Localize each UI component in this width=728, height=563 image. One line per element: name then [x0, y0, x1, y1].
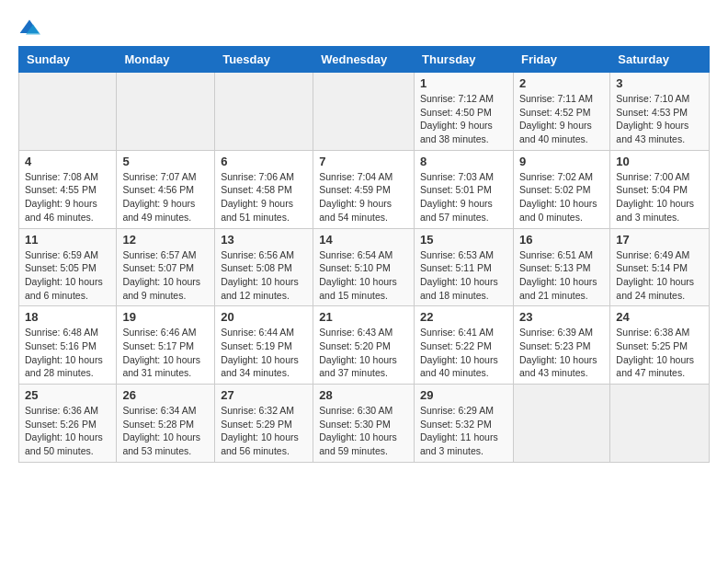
- calendar-cell: 25Sunrise: 6:36 AM Sunset: 5:26 PM Dayli…: [19, 385, 117, 463]
- header-monday: Monday: [117, 47, 215, 73]
- day-number: 11: [25, 233, 110, 247]
- calendar-cell: 12Sunrise: 6:57 AM Sunset: 5:07 PM Dayli…: [117, 228, 215, 306]
- day-info: Sunrise: 7:00 AM Sunset: 5:04 PM Dayligh…: [616, 170, 703, 224]
- calendar-header-row: SundayMondayTuesdayWednesdayThursdayFrid…: [19, 47, 710, 73]
- day-number: 6: [221, 155, 307, 168]
- day-info: Sunrise: 7:08 AM Sunset: 4:55 PM Dayligh…: [25, 170, 110, 224]
- logo-icon: [18, 18, 40, 37]
- calendar-week-1: 1Sunrise: 7:12 AM Sunset: 4:50 PM Daylig…: [19, 73, 710, 151]
- calendar-cell: 8Sunrise: 7:03 AM Sunset: 5:01 PM Daylig…: [415, 150, 514, 228]
- calendar-cell: 18Sunrise: 6:48 AM Sunset: 5:16 PM Dayli…: [19, 306, 117, 385]
- calendar-cell: [513, 385, 609, 463]
- calendar-cell: 29Sunrise: 6:29 AM Sunset: 5:32 PM Dayli…: [415, 385, 514, 463]
- day-info: Sunrise: 6:39 AM Sunset: 5:23 PM Dayligh…: [519, 326, 604, 380]
- calendar-cell: [117, 73, 215, 151]
- day-info: Sunrise: 6:59 AM Sunset: 5:05 PM Dayligh…: [25, 248, 110, 303]
- calendar-cell: 17Sunrise: 6:49 AM Sunset: 5:14 PM Dayli…: [610, 228, 710, 306]
- calendar-cell: [610, 385, 710, 463]
- calendar-week-3: 11Sunrise: 6:59 AM Sunset: 5:05 PM Dayli…: [19, 228, 710, 306]
- calendar-cell: 14Sunrise: 6:54 AM Sunset: 5:10 PM Dayli…: [313, 228, 415, 306]
- day-number: 22: [420, 310, 507, 324]
- day-info: Sunrise: 6:48 AM Sunset: 5:16 PM Dayligh…: [25, 326, 110, 380]
- calendar-cell: 26Sunrise: 6:34 AM Sunset: 5:28 PM Dayli…: [117, 385, 215, 463]
- day-number: 13: [221, 233, 307, 247]
- calendar-cell: 10Sunrise: 7:00 AM Sunset: 5:04 PM Dayli…: [610, 150, 710, 228]
- day-number: 16: [519, 233, 604, 247]
- day-info: Sunrise: 6:43 AM Sunset: 5:20 PM Dayligh…: [319, 326, 408, 380]
- calendar-week-2: 4Sunrise: 7:08 AM Sunset: 4:55 PM Daylig…: [19, 150, 710, 228]
- calendar-cell: 7Sunrise: 7:04 AM Sunset: 4:59 PM Daylig…: [313, 150, 415, 228]
- day-number: 8: [420, 155, 507, 168]
- calendar-cell: 24Sunrise: 6:38 AM Sunset: 5:25 PM Dayli…: [610, 306, 710, 385]
- day-number: 21: [319, 310, 408, 324]
- day-number: 28: [319, 388, 408, 402]
- day-info: Sunrise: 7:07 AM Sunset: 4:56 PM Dayligh…: [122, 170, 209, 224]
- day-info: Sunrise: 7:12 AM Sunset: 4:50 PM Dayligh…: [420, 92, 507, 146]
- day-info: Sunrise: 6:30 AM Sunset: 5:30 PM Dayligh…: [319, 404, 408, 458]
- day-info: Sunrise: 7:03 AM Sunset: 5:01 PM Dayligh…: [420, 170, 507, 224]
- day-number: 14: [319, 233, 408, 247]
- header-thursday: Thursday: [415, 47, 514, 73]
- header: [18, 18, 710, 37]
- day-number: 18: [25, 310, 110, 324]
- header-tuesday: Tuesday: [215, 47, 313, 73]
- day-info: Sunrise: 6:54 AM Sunset: 5:10 PM Dayligh…: [319, 248, 408, 303]
- calendar-week-5: 25Sunrise: 6:36 AM Sunset: 5:26 PM Dayli…: [19, 385, 710, 463]
- calendar-cell: 20Sunrise: 6:44 AM Sunset: 5:19 PM Dayli…: [215, 306, 313, 385]
- day-info: Sunrise: 6:34 AM Sunset: 5:28 PM Dayligh…: [122, 404, 209, 458]
- day-number: 24: [616, 310, 703, 324]
- calendar-cell: 19Sunrise: 6:46 AM Sunset: 5:17 PM Dayli…: [117, 306, 215, 385]
- logo: [18, 18, 44, 37]
- header-saturday: Saturday: [610, 47, 710, 73]
- day-info: Sunrise: 6:53 AM Sunset: 5:11 PM Dayligh…: [420, 248, 507, 303]
- day-number: 5: [122, 155, 209, 168]
- day-info: Sunrise: 6:57 AM Sunset: 5:07 PM Dayligh…: [122, 248, 209, 303]
- calendar-table: SundayMondayTuesdayWednesdayThursdayFrid…: [18, 46, 710, 463]
- day-info: Sunrise: 7:10 AM Sunset: 4:53 PM Dayligh…: [616, 92, 703, 146]
- calendar-cell: 5Sunrise: 7:07 AM Sunset: 4:56 PM Daylig…: [117, 150, 215, 228]
- calendar-cell: 28Sunrise: 6:30 AM Sunset: 5:30 PM Dayli…: [313, 385, 415, 463]
- day-info: Sunrise: 7:06 AM Sunset: 4:58 PM Dayligh…: [221, 170, 307, 224]
- day-info: Sunrise: 7:02 AM Sunset: 5:02 PM Dayligh…: [519, 170, 604, 224]
- day-number: 27: [221, 388, 307, 402]
- day-number: 9: [519, 155, 604, 168]
- calendar-cell: 22Sunrise: 6:41 AM Sunset: 5:22 PM Dayli…: [415, 306, 514, 385]
- calendar-cell: 21Sunrise: 6:43 AM Sunset: 5:20 PM Dayli…: [313, 306, 415, 385]
- header-friday: Friday: [513, 47, 609, 73]
- calendar-cell: 9Sunrise: 7:02 AM Sunset: 5:02 PM Daylig…: [513, 150, 609, 228]
- calendar-cell: 27Sunrise: 6:32 AM Sunset: 5:29 PM Dayli…: [215, 385, 313, 463]
- calendar-cell: 16Sunrise: 6:51 AM Sunset: 5:13 PM Dayli…: [513, 228, 609, 306]
- header-sunday: Sunday: [19, 47, 117, 73]
- day-number: 2: [519, 76, 604, 90]
- day-number: 3: [616, 76, 703, 90]
- day-number: 26: [122, 388, 209, 402]
- calendar-cell: 1Sunrise: 7:12 AM Sunset: 4:50 PM Daylig…: [415, 73, 514, 151]
- day-info: Sunrise: 6:29 AM Sunset: 5:32 PM Dayligh…: [420, 404, 507, 458]
- day-info: Sunrise: 6:46 AM Sunset: 5:17 PM Dayligh…: [122, 326, 209, 380]
- day-number: 10: [616, 155, 703, 168]
- calendar-cell: 15Sunrise: 6:53 AM Sunset: 5:11 PM Dayli…: [415, 228, 514, 306]
- calendar-cell: [215, 73, 313, 151]
- calendar-cell: 4Sunrise: 7:08 AM Sunset: 4:55 PM Daylig…: [19, 150, 117, 228]
- calendar-cell: 2Sunrise: 7:11 AM Sunset: 4:52 PM Daylig…: [513, 73, 609, 151]
- day-number: 4: [25, 155, 110, 168]
- day-number: 20: [221, 310, 307, 324]
- day-info: Sunrise: 6:49 AM Sunset: 5:14 PM Dayligh…: [616, 248, 703, 303]
- calendar-cell: 6Sunrise: 7:06 AM Sunset: 4:58 PM Daylig…: [215, 150, 313, 228]
- calendar-cell: 23Sunrise: 6:39 AM Sunset: 5:23 PM Dayli…: [513, 306, 609, 385]
- header-wednesday: Wednesday: [313, 47, 415, 73]
- day-info: Sunrise: 6:36 AM Sunset: 5:26 PM Dayligh…: [25, 404, 110, 458]
- day-info: Sunrise: 6:56 AM Sunset: 5:08 PM Dayligh…: [221, 248, 307, 303]
- day-number: 15: [420, 233, 507, 247]
- day-number: 7: [319, 155, 408, 168]
- calendar-cell: [313, 73, 415, 151]
- day-info: Sunrise: 6:32 AM Sunset: 5:29 PM Dayligh…: [221, 404, 307, 458]
- calendar-cell: 3Sunrise: 7:10 AM Sunset: 4:53 PM Daylig…: [610, 73, 710, 151]
- day-info: Sunrise: 6:51 AM Sunset: 5:13 PM Dayligh…: [519, 248, 604, 303]
- calendar-cell: [19, 73, 117, 151]
- day-number: 1: [420, 76, 507, 90]
- day-number: 25: [25, 388, 110, 402]
- day-number: 23: [519, 310, 604, 324]
- calendar-cell: 13Sunrise: 6:56 AM Sunset: 5:08 PM Dayli…: [215, 228, 313, 306]
- day-info: Sunrise: 6:41 AM Sunset: 5:22 PM Dayligh…: [420, 326, 507, 380]
